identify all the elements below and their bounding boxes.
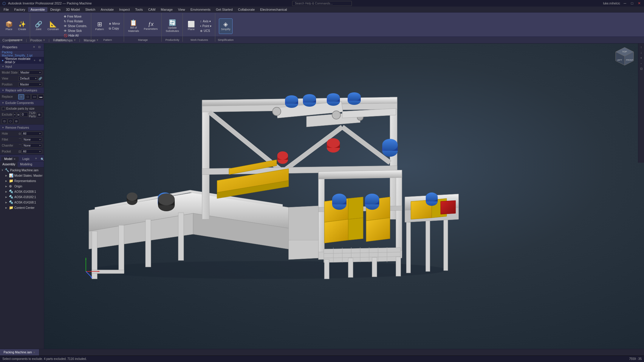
replace-btn-outline[interactable]: ▭	[31, 94, 37, 100]
subtab-modeling[interactable]: Modeling	[18, 161, 35, 167]
fillet-select[interactable]: None ▾	[22, 137, 42, 142]
menu-cam[interactable]: CAM	[146, 7, 158, 12]
pocket-select[interactable]: All ▾	[21, 149, 42, 154]
tree-item-content-center[interactable]: ▶ 📁 Content Center	[0, 205, 44, 210]
tree-item-aosk-014168[interactable]: ▶ 🔩 AOSK-014168:1	[0, 200, 44, 205]
view-link-icon[interactable]: 🔗	[38, 77, 42, 80]
exclude-btn3[interactable]: ⊟	[14, 119, 19, 124]
menu-inspect[interactable]: Inspect	[117, 7, 132, 12]
free-move-button[interactable]: ✥ Free Move	[62, 14, 89, 19]
menu-3dmodel[interactable]: 3D Model	[64, 7, 82, 12]
file-name-bar[interactable]: Packing Machine_Simplify_1.ipt	[0, 51, 44, 57]
model-tab-model-close[interactable]: ✕	[13, 158, 16, 161]
exclude-parts-size-checkbox[interactable]	[2, 107, 5, 110]
right-panel-btn4[interactable]: -	[639, 61, 644, 66]
viewport[interactable]: TOP LEFT FRONT	[44, 43, 644, 349]
copy-button[interactable]: ⧉ Copy	[107, 26, 122, 31]
bottom-tab-close[interactable]: ✕	[33, 351, 35, 354]
bill-of-materials-button[interactable]: 📋 Bill ofMaterials	[126, 18, 141, 34]
tree-item-origin[interactable]: ▶ ⊕ Origin	[0, 184, 44, 189]
exclude-icon2[interactable]: ⊕	[17, 112, 20, 117]
properties-panel-icons: ✕ ⊟	[32, 45, 41, 49]
exclude-btn2[interactable]: ⬡	[8, 119, 13, 124]
mirror-button[interactable]: ⧻ Mirror	[107, 21, 122, 26]
tree-item-representations[interactable]: ▶ 📁 Representations	[0, 178, 44, 184]
menu-annotate[interactable]: Annotate	[98, 7, 116, 12]
search-input[interactable]	[292, 1, 352, 6]
free-rotate-button[interactable]: ↻ Free Rotate	[62, 19, 89, 24]
menu-sketch[interactable]: Sketch	[83, 7, 98, 12]
properties-panel-header[interactable]: Properties ✕ ⊟	[0, 43, 44, 51]
constraint-expand-icon[interactable]: +	[32, 58, 37, 63]
replace-btn-fill[interactable]: ▬	[38, 94, 44, 100]
model-tab-model[interactable]: Model ✕	[1, 157, 19, 161]
maximize-button[interactable]: □	[630, 1, 634, 6]
menu-getstarted[interactable]: Get Started	[213, 7, 235, 12]
tree-item-model-states[interactable]: ▶ 📊 Model States: Master	[0, 173, 44, 178]
right-panel-btn1[interactable]: ↑	[639, 45, 644, 49]
joint-button[interactable]: 🔗 Joint	[32, 18, 44, 34]
tree-item-aosk-018182[interactable]: ▶ 🔩 AOSK-018182:1	[0, 194, 44, 200]
axis-button[interactable]: ↕ Axis ▾	[198, 19, 213, 24]
plane-button[interactable]: ⬜ Plane	[185, 18, 197, 34]
right-panel-btn5[interactable]: ⊡	[639, 66, 644, 71]
exclude-btn1[interactable]: ⊡	[2, 119, 7, 124]
exclude-add-icon[interactable]: +	[13, 112, 16, 117]
show-constraints-button[interactable]: 👁 Show Constrs.	[62, 24, 89, 28]
hide-all-button[interactable]: 🚫 Hide All	[62, 33, 89, 38]
menu-environments[interactable]: Environments	[188, 7, 213, 12]
chamfer-select[interactable]: None ▾	[22, 143, 42, 148]
tree-item-aosk-014308[interactable]: ▶ 🔩 AOSK-014308:1	[0, 189, 44, 194]
exclude-icon3[interactable]: ⊞	[37, 112, 42, 117]
right-panel-btn3[interactable]: +	[639, 55, 644, 60]
menu-design[interactable]: Design	[48, 7, 63, 12]
svg-rect-86	[444, 220, 448, 271]
minimize-button[interactable]: ─	[623, 1, 627, 6]
tree-item-packing-machine[interactable]: ▼ 🔧 Packing Machine.iam	[0, 167, 44, 173]
place-button[interactable]: 📦 Place	[3, 18, 15, 34]
menu-electromechanical[interactable]: Electromechanical	[258, 7, 290, 12]
menu-collaborate[interactable]: Collaborate	[236, 7, 257, 12]
constraint-settings-icon[interactable]: ⚙	[38, 58, 42, 63]
menu-assemble[interactable]: Assemble	[28, 7, 47, 12]
replace-btn-circle[interactable]: ○	[18, 94, 24, 100]
bottom-tab-packing-machine[interactable]: Packing Machine.iam ✕	[0, 349, 39, 355]
right-panel-btn2[interactable]: ↓	[639, 50, 644, 55]
model-tab-add[interactable]: +	[33, 156, 39, 161]
update-substitutes-button[interactable]: 🔄 UpdateSubstitutes	[164, 18, 181, 34]
show-sick-button[interactable]: 👁 Show Sick	[62, 29, 89, 33]
pattern-button[interactable]: ⊞ Pattern	[94, 18, 106, 34]
view-cube[interactable]: TOP LEFT FRONT	[614, 46, 635, 67]
menu-factory[interactable]: Factory	[12, 7, 28, 12]
hole-select[interactable]: All ▾	[21, 131, 42, 136]
exclude-count-input[interactable]	[21, 112, 28, 117]
menu-manage[interactable]: Manage	[158, 7, 175, 12]
remove-features-header[interactable]: ▼ Remove Features	[0, 125, 44, 131]
free-move-label: Free Move	[67, 15, 82, 18]
svg-marker-101	[289, 239, 318, 260]
menu-file[interactable]: File	[1, 7, 11, 12]
exclude-section-header[interactable]: ▼ Exclude Components	[0, 100, 44, 106]
subtab-assembly[interactable]: Assembly	[0, 161, 18, 167]
replace-btn-square[interactable]: □	[25, 94, 31, 100]
properties-panel-pin-icon[interactable]: ⊟	[37, 45, 41, 49]
model-state-select[interactable]: Master ▾	[19, 70, 42, 75]
point-button[interactable]: • Point ▾	[198, 24, 213, 28]
close-button[interactable]: ✕	[637, 1, 642, 6]
create-button[interactable]: ✨ Create	[16, 18, 28, 34]
pattern-group-label: Pattern	[103, 38, 112, 42]
constrain-button[interactable]: 📐 Constrain	[46, 18, 61, 34]
model-tab-logic[interactable]: Logic	[19, 157, 32, 161]
model-tab-search-icon[interactable]: 🔍	[39, 157, 44, 161]
simplify-button[interactable]: ◈ Simplify	[219, 18, 233, 34]
replace-section-header[interactable]: ▼ Replace with Envelopes	[0, 88, 44, 94]
view-select[interactable]: Default ▾	[18, 76, 38, 81]
ucs-button[interactable]: ⊕ UCS	[198, 29, 213, 33]
menu-view[interactable]: View	[176, 7, 188, 12]
properties-panel-close-icon[interactable]: ✕	[32, 45, 36, 49]
menu-tools[interactable]: Tools	[133, 7, 145, 12]
input-section-header[interactable]: ▼ Input	[0, 64, 44, 70]
remove-section-label: Remove Features	[5, 126, 29, 129]
position-select[interactable]: Master ▾	[18, 82, 42, 87]
parameters-button[interactable]: ƒx Parameters	[142, 18, 160, 34]
